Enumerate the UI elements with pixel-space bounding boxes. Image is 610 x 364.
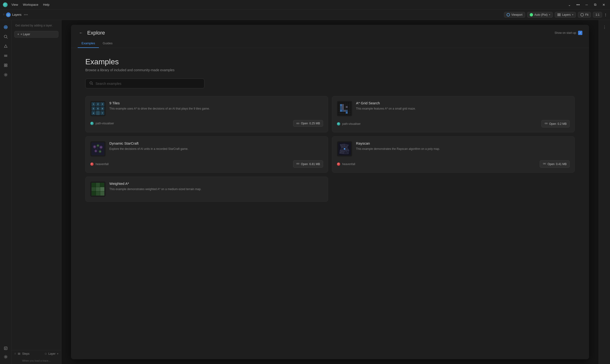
card-starcraft-open-btn[interactable]: Open 6.81 MB [293,160,323,168]
card-starcraft-size: 6.81 MB [309,162,320,166]
sidebar-icon-grid[interactable] [1,61,10,70]
toolbar: ⠿ Layers ••• Viewport Auto (Pixi) ▾ [0,10,610,20]
auto-pixi-chip[interactable]: Auto (Pixi) ▾ [527,12,553,18]
toolbar-more-dots[interactable]: ••• [24,13,28,17]
layers-chip[interactable]: Layers ▾ [555,12,576,18]
card-9tiles[interactable]: 1 2 3 5 6 8 4 7 [85,96,328,132]
examples-heading: Examples [85,57,575,66]
minimize-btn[interactable]: ─ [583,1,590,8]
card-9tiles-author-name: path-visualiser [96,122,114,125]
svg-rect-43 [342,104,344,106]
close-btn[interactable]: ✕ [600,1,607,8]
toolbar-drag-handle[interactable]: ⠿ [3,13,4,16]
steps-layer-label[interactable]: Layer [48,352,55,355]
toolbar-left: ⠿ Layers ••• [3,13,502,17]
svg-point-62 [97,145,99,146]
right-panel-more-btn[interactable]: ⋮ [600,23,609,31]
menu-help[interactable]: Help [43,3,50,6]
search-icon [89,81,93,86]
titlebar-left: View Workspace Help [3,2,50,7]
menu-view[interactable]: View [12,3,18,6]
svg-rect-51 [340,110,342,112]
search-box[interactable] [85,78,205,88]
more-btn[interactable]: ••• [575,1,581,8]
card-9tiles-top: 1 2 3 5 6 8 4 7 [90,101,323,116]
card-astar[interactable]: A* Grid Search This example features A* … [332,96,575,132]
viewport-chip[interactable]: Viewport [504,12,525,18]
sidebar-icon-shapes[interactable] [1,42,10,51]
show-startup-label: Show on start-up [555,31,576,35]
card-rayscan-size: 0.41 MB [556,162,567,166]
sidebar-icons [0,20,12,364]
svg-point-69 [297,163,298,164]
layer-label: + Layer [21,33,30,36]
card-weighted-astar-top: Weighted A* This example demonstrates we… [90,182,323,197]
left-panel: Get started by adding a layer. + + Layer… [12,20,62,364]
card-rayscan-thumbnail [337,141,352,156]
svg-point-21 [5,356,6,358]
steps-drag-handle[interactable]: ⠿ [14,352,16,355]
svg-point-56 [546,123,547,124]
layers-icon [6,13,11,17]
card-rayscan-author-name: heavenfall [342,162,355,166]
sidebar-icon-search[interactable] [1,32,10,41]
svg-rect-12 [4,64,5,65]
chevron-down-btn[interactable]: ⌄ [566,1,573,8]
heavenfall-icon-1 [90,162,94,166]
card-rayscan[interactable]: Rayscan This example demonstrates the Ra… [332,136,575,173]
svg-marker-77 [339,150,344,154]
layer-dot-icon: ⊙ [45,352,47,355]
card-9tiles-thumbnail: 1 2 3 5 6 8 4 7 [90,101,105,116]
tab-guides[interactable]: Guides [99,39,116,48]
open-icon-1 [296,122,299,125]
sidebar-icon-list[interactable] [1,52,10,60]
ratio-chip[interactable]: 1:1 [593,12,602,18]
sidebar-icon-gear[interactable] [1,352,10,361]
svg-rect-92 [100,183,104,187]
add-icon: + [17,33,19,36]
sidebar-icon-log[interactable] [1,344,10,352]
viewport-icon [506,13,510,16]
back-button[interactable]: ← [78,29,84,36]
card-rayscan-author: heavenfall [337,162,355,166]
card-weighted-astar[interactable]: Weighted A* This example demonstrates we… [85,177,328,202]
explore-title: Explore [87,30,552,36]
card-starcraft-top: Dynamic StarCraft Explore the decisions … [90,141,323,156]
card-9tiles-open-btn[interactable]: Open 0.25 MB [293,120,323,127]
sidebar-icon-settings[interactable] [1,70,10,79]
add-layer-button[interactable]: + + Layer [14,31,58,38]
svg-rect-95 [100,187,104,191]
left-panel-hint: Get started by adding a layer. [12,20,61,29]
steps-label: Steps [22,352,29,355]
card-rayscan-desc: This example demonstrates the Rayscan al… [356,147,570,151]
app-icon [3,2,8,7]
svg-rect-0 [7,14,10,14]
card-starcraft-author: heavenfall [90,162,109,166]
menu-workspace[interactable]: Workspace [23,3,38,6]
fit-chip[interactable]: Fit [578,12,591,18]
card-rayscan-open-btn[interactable]: Open 0.41 MB [540,160,570,168]
steps-chevron[interactable]: ▾ [57,352,58,355]
tab-examples[interactable]: Examples [78,39,99,48]
maximize-btn[interactable]: ⧉ [592,1,598,8]
titlebar-menu: View Workspace Help [12,3,50,6]
svg-rect-97 [96,191,100,195]
fit-icon [581,13,584,16]
sidebar-icon-network[interactable] [1,23,10,31]
trace-hint: When you load a trace... [12,357,61,364]
show-startup-checkbox[interactable]: ✓ [578,31,582,35]
card-astar-open-btn[interactable]: Open 0.2 MB [541,120,570,128]
card-astar-size: 0.2 MB [558,122,567,126]
card-starcraft[interactable]: Dynamic StarCraft Explore the decisions … [85,136,328,173]
card-starcraft-open-label: Open [301,162,308,166]
svg-point-87 [545,163,546,164]
svg-rect-98 [100,191,104,195]
open-icon-2 [545,122,548,126]
cards-grid: 1 2 3 5 6 8 4 7 [85,96,575,202]
card-starcraft-info: Dynamic StarCraft Explore the decisions … [109,141,323,151]
svg-rect-50 [340,108,342,110]
toolbar-more-btn[interactable]: ⋮ [604,13,607,16]
main-layout: Get started by adding a layer. + + Layer… [0,20,610,364]
svg-rect-46 [344,110,346,112]
search-input[interactable] [96,82,200,86]
